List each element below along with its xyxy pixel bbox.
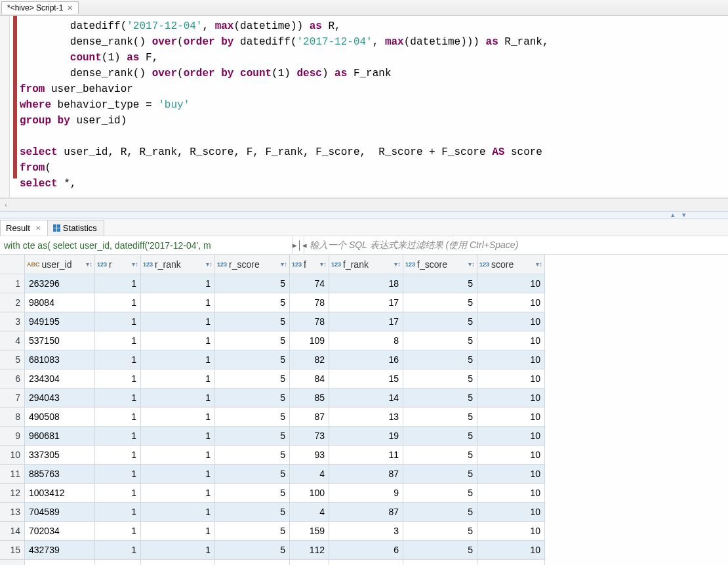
cell[interactable]: 82 [290,350,329,369]
filter-icon[interactable]: ▾↕ [394,257,401,272]
cell[interactable]: 1 [141,312,215,331]
cell[interactable]: 1 [95,465,141,484]
cell[interactable]: 949195 [25,312,95,331]
cell[interactable]: 4 [290,465,329,484]
cell[interactable]: 5 [215,560,290,565]
cell[interactable]: 5 [215,293,290,312]
cell[interactable]: 109 [290,331,329,350]
result-grid[interactable]: ABCuser_id▾↕123r▾↕123r_rank▾↕123r_score▾… [0,255,728,565]
cell[interactable]: 78 [290,312,329,331]
cell[interactable]: 1 [95,274,141,293]
cell[interactable]: 1 [141,503,215,522]
pane-splitter[interactable]: ▴ ▾ [0,211,728,219]
cell[interactable]: 1 [95,388,141,408]
cell[interactable]: 1003412 [25,484,95,503]
cell[interactable]: 93 [290,446,329,465]
cell[interactable]: 704589 [25,503,95,522]
cell[interactable]: 10 [477,369,545,388]
cell[interactable]: 5 [215,465,290,484]
row-number[interactable]: 16 [0,560,25,565]
close-icon[interactable]: ✕ [67,4,73,12]
row-number[interactable]: 12 [0,484,25,503]
cell[interactable]: 5 [215,503,290,522]
cell[interactable]: 19 [329,427,403,446]
cell[interactable]: 98084 [25,293,95,312]
cell[interactable]: 5 [403,388,477,408]
cell[interactable]: 537150 [25,331,95,350]
row-number[interactable]: 1 [0,274,25,293]
cell[interactable]: 5 [403,369,477,388]
cell[interactable]: 5 [403,350,477,369]
cell[interactable]: 10 [477,522,545,541]
cell[interactable]: 1 [141,446,215,465]
row-number[interactable]: 8 [0,408,25,427]
cell[interactable]: 1014116 [25,560,95,565]
cell[interactable]: 5 [403,312,477,331]
column-header[interactable]: 123r_score▾↕ [215,255,290,274]
cell[interactable]: 5 [215,369,290,388]
row-number[interactable]: 11 [0,465,25,484]
cell[interactable]: 4 [290,503,329,522]
cell[interactable]: 1 [141,541,215,560]
cell[interactable]: 5 [403,274,477,293]
cell[interactable]: 10 [477,465,545,484]
cell[interactable]: 960681 [25,427,95,446]
cell[interactable]: 16 [329,350,403,369]
cell[interactable]: 1 [95,484,141,503]
cell[interactable]: 17 [329,293,403,312]
cell[interactable]: 10 [477,427,545,446]
cell[interactable]: 1 [95,350,141,369]
cell[interactable]: 1 [95,408,141,427]
cell[interactable]: 8 [329,331,403,350]
filter-icon[interactable]: ▾↕ [281,257,287,272]
row-number[interactable]: 6 [0,369,25,388]
filter-icon[interactable]: ▾↕ [536,257,542,272]
cell[interactable]: 1 [141,465,215,484]
cell[interactable]: 681083 [25,350,95,369]
cell[interactable]: 5 [329,560,403,565]
cell[interactable]: 5 [215,312,290,331]
row-number[interactable]: 14 [0,522,25,541]
cell[interactable]: 5 [215,388,290,408]
filter-toggle-icon[interactable]: ▸│◂ [293,236,304,254]
column-header[interactable]: ABCuser_id▾↕ [25,255,95,274]
tab-statistics[interactable]: Statistics [47,220,104,236]
cell[interactable]: 5 [215,427,290,446]
sql-editor[interactable]: datediff('2017-12-04', max(datetime)) as… [0,16,728,198]
cell[interactable]: 100 [290,484,329,503]
cell[interactable]: 5 [215,541,290,560]
filter-icon[interactable]: ▾↕ [206,257,212,272]
cell[interactable]: 1 [141,560,215,565]
cell[interactable]: 1 [141,274,215,293]
cell[interactable]: 1 [95,427,141,446]
filter-icon[interactable]: ▾↕ [468,257,475,272]
cell[interactable]: 10 [477,541,545,560]
row-number[interactable]: 13 [0,503,25,522]
executed-sql[interactable]: with cte as( select user_id, datediff('2… [0,236,293,254]
cell[interactable]: 84 [290,369,329,388]
cell[interactable]: 1 [95,369,141,388]
cell[interactable]: 5 [215,446,290,465]
row-number[interactable]: 4 [0,331,25,350]
cell[interactable]: 234304 [25,369,95,388]
cell[interactable]: 1 [141,293,215,312]
cell[interactable]: 294043 [25,388,95,408]
close-icon[interactable]: ✕ [35,224,41,232]
cell[interactable]: 5 [403,503,477,522]
cell[interactable]: 1 [141,484,215,503]
cell[interactable]: 5 [403,427,477,446]
filter-placeholder[interactable]: 输入一个 SQL 表达式来过滤结果 (使用 Ctrl+Space) [304,240,728,251]
cell[interactable]: 1 [95,312,141,331]
cell[interactable]: 5 [403,484,477,503]
cell[interactable]: 5 [403,446,477,465]
cell[interactable] [403,560,477,565]
cell[interactable]: 15 [329,369,403,388]
cell[interactable]: 10 [477,350,545,369]
row-number[interactable]: 15 [0,541,25,560]
column-header[interactable]: 123f▾↕ [290,255,329,274]
cell[interactable]: 337305 [25,446,95,465]
scroll-left-icon[interactable]: ‹ [0,201,12,209]
filter-icon[interactable]: ▾↕ [320,257,327,272]
code-area[interactable]: datediff('2017-12-04', max(datetime)) as… [0,16,728,192]
cell[interactable]: 263296 [25,274,95,293]
